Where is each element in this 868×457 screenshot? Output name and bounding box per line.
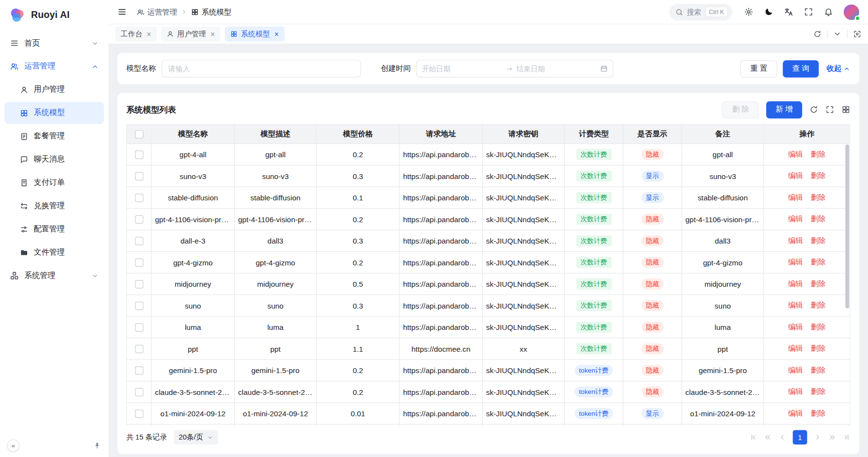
logo[interactable]: Ruoyi AI — [0, 0, 109, 30]
delete-link[interactable]: 删除 — [811, 236, 826, 246]
next-group-button[interactable] — [828, 433, 836, 441]
row-checkbox[interactable] — [135, 280, 143, 288]
edit-link[interactable]: 编辑 — [788, 365, 803, 375]
edit-link[interactable]: 编辑 — [788, 193, 803, 203]
collapse-filter-link[interactable]: 收起 — [827, 64, 851, 74]
start-date-input[interactable] — [422, 65, 502, 73]
sidebar-item-messages[interactable]: 聊天消息 — [4, 148, 104, 171]
delete-link[interactable]: 删除 — [811, 258, 826, 268]
row-checkbox[interactable] — [135, 259, 143, 267]
prev-group-button[interactable] — [764, 433, 772, 441]
sidebar-item-redeem[interactable]: 兑换管理 — [4, 195, 104, 217]
sidebar-item-config[interactable]: 配置管理 — [4, 218, 104, 241]
edit-link[interactable]: 编辑 — [788, 387, 803, 397]
sidebar-item-system[interactable]: 系统管理 — [4, 264, 104, 287]
column-header[interactable]: 模型描述 — [234, 124, 316, 144]
table-fullscreen-icon[interactable] — [825, 105, 834, 114]
edit-link[interactable]: 编辑 — [788, 214, 803, 225]
language-icon[interactable] — [784, 7, 793, 16]
edit-link[interactable]: 编辑 — [788, 344, 803, 354]
query-button[interactable]: 查 询 — [783, 60, 819, 77]
row-checkbox[interactable] — [135, 150, 143, 159]
row-checkbox[interactable] — [135, 409, 143, 418]
date-range-picker[interactable] — [416, 60, 613, 78]
column-header[interactable]: 模型价格 — [316, 124, 399, 144]
edit-link[interactable]: 编辑 — [788, 171, 803, 181]
row-checkbox[interactable] — [135, 302, 143, 310]
next-page-button[interactable] — [814, 433, 821, 441]
column-header[interactable]: 请求密钥 — [482, 124, 564, 144]
sidebar-item-home[interactable]: 首页 — [4, 32, 104, 54]
row-checkbox[interactable] — [135, 215, 143, 224]
tab-close-icon[interactable]: × — [274, 30, 278, 38]
page-size-select[interactable]: 20条/页 — [174, 430, 218, 445]
tab-models[interactable]: 系统模型× — [225, 27, 284, 42]
column-header[interactable]: 操作 — [764, 124, 850, 144]
add-button[interactable]: 新 增 — [766, 101, 802, 118]
menu-toggle-icon[interactable] — [117, 7, 127, 16]
column-header[interactable]: 请求地址 — [399, 124, 482, 144]
tab-close-icon[interactable]: × — [211, 30, 215, 38]
row-checkbox[interactable] — [135, 237, 143, 245]
reset-button[interactable]: 重 置 — [740, 60, 777, 77]
tab-workbench[interactable]: 工作台× — [115, 27, 157, 42]
chevron-down-icon[interactable] — [833, 30, 841, 38]
delete-link[interactable]: 删除 — [811, 365, 826, 375]
edit-link[interactable]: 编辑 — [788, 258, 803, 268]
content-fullscreen-icon[interactable] — [853, 30, 861, 38]
refresh-tab-icon[interactable] — [813, 30, 821, 38]
vertical-scrollbar[interactable] — [845, 145, 849, 309]
sidebar-item-orders[interactable]: 支付订单 — [4, 172, 104, 194]
edit-link[interactable]: 编辑 — [788, 408, 803, 419]
batch-delete-button[interactable]: 删 除 — [722, 101, 759, 118]
delete-link[interactable]: 删除 — [811, 301, 826, 311]
tab-users[interactable]: 用户管理× — [161, 27, 220, 42]
row-checkbox[interactable] — [135, 388, 143, 396]
edit-link[interactable]: 编辑 — [788, 236, 803, 246]
delete-link[interactable]: 删除 — [811, 322, 826, 332]
first-page-button[interactable] — [750, 433, 757, 441]
breadcrumb-item-models[interactable]: 系统模型 — [191, 7, 231, 17]
global-search[interactable]: 搜索 Ctrl K — [669, 3, 733, 20]
column-header[interactable]: 模型名称 — [151, 124, 234, 144]
delete-link[interactable]: 删除 — [811, 171, 826, 181]
refresh-table-icon[interactable] — [809, 105, 818, 114]
model-name-input[interactable] — [162, 60, 361, 78]
edit-link[interactable]: 编辑 — [788, 279, 803, 289]
notifications-icon[interactable] — [824, 7, 833, 16]
breadcrumb-item-operations[interactable]: 运营管理 — [137, 7, 177, 17]
delete-link[interactable]: 删除 — [811, 408, 826, 419]
row-checkbox[interactable] — [135, 172, 143, 180]
fullscreen-icon[interactable] — [804, 7, 813, 16]
row-checkbox[interactable] — [135, 194, 143, 202]
tab-close-icon[interactable]: × — [147, 30, 151, 38]
sidebar-item-files[interactable]: 文件管理 — [4, 241, 104, 263]
row-checkbox[interactable] — [135, 323, 143, 331]
column-header[interactable]: 计费类型 — [564, 124, 623, 144]
delete-link[interactable]: 删除 — [811, 214, 826, 225]
dark-mode-icon[interactable] — [764, 7, 773, 16]
edit-link[interactable]: 编辑 — [788, 149, 803, 160]
select-all-checkbox[interactable] — [135, 130, 143, 138]
delete-link[interactable]: 删除 — [811, 387, 826, 397]
sidebar-item-operations[interactable]: 运营管理 — [4, 55, 104, 78]
end-date-input[interactable] — [516, 65, 597, 73]
sidebar-item-users[interactable]: 用户管理 — [4, 79, 104, 101]
column-header[interactable]: 备注 — [682, 124, 764, 144]
row-checkbox[interactable] — [135, 345, 143, 353]
last-page-button[interactable] — [843, 433, 851, 441]
sidebar-item-packages[interactable]: 套餐管理 — [4, 125, 104, 147]
pin-icon[interactable] — [93, 441, 101, 450]
delete-link[interactable]: 删除 — [811, 193, 826, 203]
current-page-button[interactable]: 1 — [793, 430, 807, 445]
sidebar-collapse-button[interactable]: « — [7, 440, 19, 452]
row-checkbox[interactable] — [135, 366, 143, 375]
sidebar-item-models[interactable]: 系统模型 — [4, 102, 104, 124]
edit-link[interactable]: 编辑 — [788, 322, 803, 332]
delete-link[interactable]: 删除 — [811, 149, 826, 160]
settings-icon[interactable] — [744, 7, 753, 16]
avatar[interactable] — [844, 4, 859, 20]
delete-link[interactable]: 删除 — [811, 279, 826, 289]
column-header[interactable]: 是否显示 — [623, 124, 682, 144]
delete-link[interactable]: 删除 — [811, 344, 826, 354]
